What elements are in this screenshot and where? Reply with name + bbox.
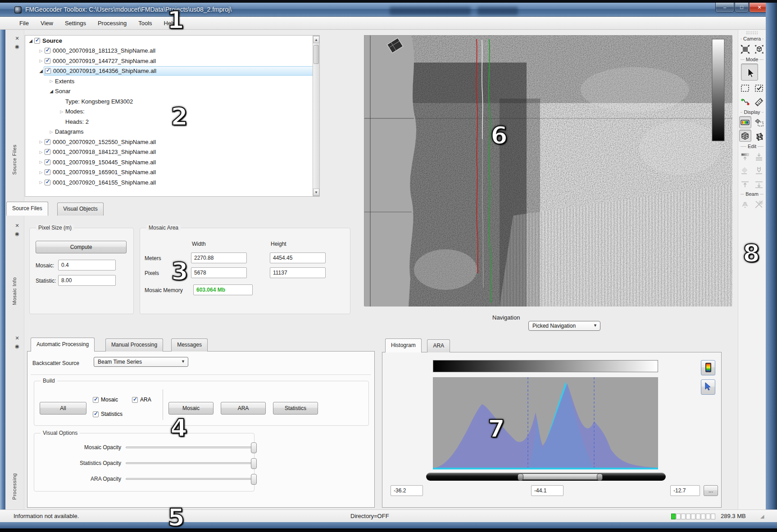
tree-row[interactable]: ▷0000_20070919_144727_ShipName.all <box>25 56 319 66</box>
tab-histogram[interactable]: Histogram <box>385 338 422 352</box>
expander-closed-icon[interactable]: ▷ <box>59 109 64 114</box>
range-more-button[interactable]: ... <box>704 485 718 496</box>
build-statistics-button[interactable]: Statistics <box>273 402 318 415</box>
slider-thumb[interactable] <box>251 458 257 469</box>
compute-button[interactable]: Compute <box>36 241 127 253</box>
scroll-down-icon[interactable]: ▼ <box>313 189 319 196</box>
pin-panel-icon[interactable]: ◉ <box>14 43 20 50</box>
pixels-width-input[interactable]: 5678 <box>191 267 247 278</box>
range-slider-right-handle[interactable] <box>597 473 603 481</box>
tree-row-content[interactable]: Type: Kongsberg EM3002 <box>64 97 135 106</box>
colormap-icon[interactable] <box>739 116 751 128</box>
checkbox-checked-icon[interactable] <box>93 411 99 417</box>
tab-visual-objects[interactable]: Visual Objects <box>57 203 103 216</box>
checkbox-checked-icon[interactable] <box>93 397 99 403</box>
histogram-plot[interactable] <box>433 377 658 469</box>
expander-closed-icon[interactable]: ▷ <box>38 150 44 154</box>
tree-checkbox-checked-icon[interactable] <box>45 48 50 54</box>
tree-row-content[interactable]: Modes: <box>64 107 86 116</box>
tab-messages[interactable]: Messages <box>171 338 208 352</box>
pin-panel-icon[interactable]: ◉ <box>14 230 20 237</box>
rect-select-check-icon[interactable] <box>753 82 765 94</box>
tree-row-content[interactable]: 0000_20070919_164356_ShipName.all <box>44 66 318 76</box>
tree-row[interactable]: ◢0000_20070919_164356_ShipName.all <box>25 66 319 77</box>
range-mid-input[interactable]: -44.1 <box>531 485 563 496</box>
tree-row-content[interactable]: 0000_20070920_152550_ShipName.all <box>44 138 158 146</box>
title-bar[interactable]: FMGeocoder Toolbox: C:\Users\mdoucet\FMD… <box>0 3 777 17</box>
tree-row-content[interactable]: Sonar <box>54 87 73 95</box>
meters-width-input[interactable]: 2270.88 <box>191 252 247 263</box>
pixels-height-input[interactable]: 11137 <box>270 267 326 278</box>
expander-open-icon[interactable]: ◢ <box>38 68 44 73</box>
menu-item-settings[interactable]: Settings <box>59 18 92 28</box>
expander-open-icon[interactable]: ◢ <box>49 89 54 94</box>
tree-row[interactable]: ▷0001_20070918_184123_ShipName.all <box>25 147 319 158</box>
build-checkbox-statistics[interactable]: Statistics <box>93 411 123 417</box>
menu-item-tools[interactable]: Tools <box>132 18 158 28</box>
tree-checkbox-checked-icon[interactable] <box>45 58 50 64</box>
menu-item-view[interactable]: View <box>35 18 59 28</box>
expander-closed-icon[interactable]: ▷ <box>38 140 44 144</box>
grid-3d-icon[interactable] <box>739 130 751 142</box>
build-all-button[interactable]: All <box>40 402 86 415</box>
build-checkbox-mosaic[interactable]: Mosaic <box>93 397 118 403</box>
pin-panel-icon[interactable]: ◉ <box>14 343 20 349</box>
statistic-pixel-input[interactable]: 8.00 <box>58 275 116 286</box>
mosaic-pixel-input[interactable]: 0.4 <box>58 260 116 271</box>
tree-row-content[interactable]: 0001_20070920_164155_ShipName.all <box>44 178 158 187</box>
minimize-button[interactable]: – <box>715 3 734 13</box>
toolbar-grip[interactable] <box>746 32 758 34</box>
tab-manual-processing[interactable]: Manual Processing <box>105 338 163 352</box>
checkbox-checked-icon[interactable] <box>132 397 138 403</box>
tree-checkbox-checked-icon[interactable] <box>45 68 51 74</box>
expander-closed-icon[interactable]: ▷ <box>49 79 54 83</box>
tree-checkbox-checked-icon[interactable] <box>45 149 50 155</box>
colormap-button[interactable] <box>701 360 715 375</box>
tab-automatic-processing[interactable]: Automatic Processing <box>31 338 95 352</box>
expander-closed-icon[interactable]: ▷ <box>49 130 54 134</box>
tree-row-content[interactable]: 0000_20070919_144727_ShipName.all <box>44 57 158 65</box>
expander-closed-icon[interactable]: ▷ <box>38 49 44 53</box>
opacity-slider[interactable] <box>126 478 256 480</box>
tree-row[interactable]: ◢Source <box>25 36 319 46</box>
erase-region-icon[interactable] <box>753 116 765 128</box>
opacity-slider[interactable] <box>126 446 256 448</box>
zoom-extents-grid-icon[interactable] <box>739 43 751 55</box>
opacity-slider[interactable] <box>126 462 256 464</box>
tree-row-content[interactable]: Heads: 2 <box>64 117 91 126</box>
tree-row[interactable]: ▷0001_20070919_150445_ShipName.all <box>25 157 319 167</box>
range-max-input[interactable]: -12.7 <box>670 485 700 496</box>
tree-checkbox-checked-icon[interactable] <box>45 159 50 165</box>
tree-row-content[interactable]: Datagrams <box>54 127 86 136</box>
slider-thumb[interactable] <box>251 442 257 453</box>
tree-row[interactable]: ▷0000_20070920_152550_ShipName.all <box>25 137 319 147</box>
tree-scrollbar[interactable]: ▲ ▼ <box>313 36 320 196</box>
build-checkbox-ara[interactable]: ARA <box>132 397 151 403</box>
range-slider-window[interactable] <box>519 473 601 480</box>
resize-grip-icon[interactable]: ◢ <box>760 514 764 519</box>
tree-checkbox-checked-icon[interactable] <box>34 38 40 44</box>
navigation-dropdown[interactable]: Picked Navigation <box>528 321 600 331</box>
scrollbar-thumb[interactable] <box>314 45 319 64</box>
menu-item-processing[interactable]: Processing <box>92 18 132 28</box>
tree-row-content[interactable]: 0001_20070919_150445_ShipName.all <box>44 158 158 167</box>
tree-row-content[interactable]: 0001_20070918_184123_ShipName.all <box>44 148 158 156</box>
tree-row-content[interactable]: 0000_20070918_181123_ShipName.all <box>44 46 157 55</box>
rect-select-icon[interactable] <box>739 82 751 94</box>
tree-row[interactable]: ▷Extents <box>25 76 319 86</box>
tree-checkbox-checked-icon[interactable] <box>45 180 50 185</box>
tree-checkbox-checked-icon[interactable] <box>45 169 50 175</box>
tree-row-content[interactable]: Source <box>33 36 64 45</box>
map-view[interactable] <box>364 35 732 306</box>
slider-thumb[interactable] <box>251 474 257 485</box>
expander-closed-icon[interactable]: ▷ <box>38 160 44 164</box>
tree-row[interactable]: ◢Sonar <box>25 86 319 97</box>
cube-vertices-icon[interactable] <box>753 130 765 142</box>
expander-closed-icon[interactable]: ▷ <box>38 59 44 63</box>
tree-row[interactable]: ▷0001_20070920_164155_ShipName.all <box>25 177 319 188</box>
tree-row-content[interactable]: Extents <box>54 77 76 86</box>
zoom-extents-cube-icon[interactable] <box>753 43 765 55</box>
maximize-button[interactable]: □ <box>735 3 749 13</box>
tab-source-files[interactable]: Source Files <box>6 202 48 216</box>
scroll-up-icon[interactable]: ▲ <box>313 36 319 43</box>
